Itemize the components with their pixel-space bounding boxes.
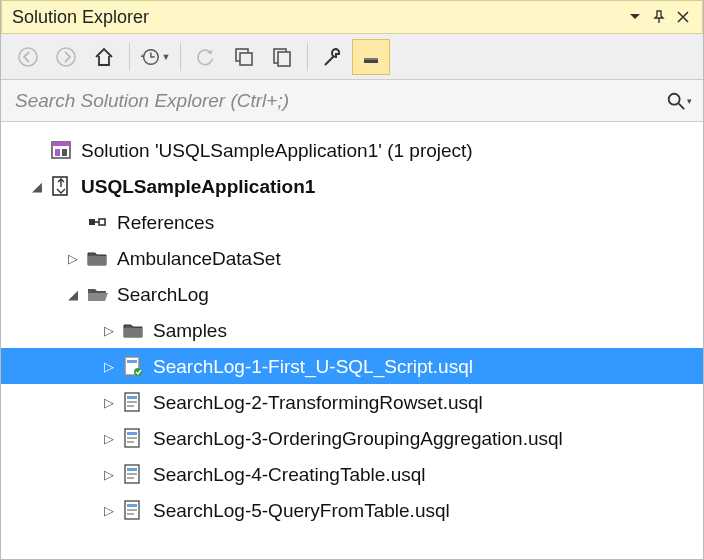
tree-view: ▶ Solution 'USQLSampleApplication1' (1 p… [1,122,703,528]
collapse-all-button[interactable] [225,39,263,75]
svg-rect-27 [127,432,137,435]
file-node[interactable]: ▷ SearchLog-4-CreatingTable.usql [1,456,703,492]
expander-icon[interactable]: ▷ [101,504,117,517]
node-label: USQLSampleApplication1 [81,177,315,196]
usql-file-icon [121,426,145,450]
panel-title: Solution Explorer [12,7,622,28]
toolbar: ▼ [1,34,703,80]
search-button[interactable]: ▾ [663,85,695,117]
svg-rect-29 [127,441,134,443]
svg-rect-15 [89,219,95,225]
node-label: SearchLog [117,285,209,304]
svg-rect-37 [127,513,134,515]
svg-rect-23 [127,396,137,399]
show-all-files-button[interactable] [263,39,301,75]
back-button[interactable] [9,39,47,75]
svg-rect-11 [52,142,70,146]
history-button[interactable]: ▼ [136,39,174,75]
toolbar-separator [307,43,308,71]
expander-icon[interactable]: ◢ [65,288,81,301]
svg-rect-32 [127,473,137,475]
svg-rect-24 [127,401,137,403]
folder-node-samples[interactable]: ▷ Samples [1,312,703,348]
folder-node-searchlog[interactable]: ◢ SearchLog [1,276,703,312]
node-label: SearchLog-2-TransformingRowset.usql [153,393,483,412]
expander-icon[interactable]: ▷ [65,252,81,265]
expander-icon[interactable]: ▷ [101,324,117,337]
preview-button[interactable] [352,39,390,75]
node-label: AmbulanceDataSet [117,249,281,268]
usql-file-icon [121,498,145,522]
svg-rect-36 [127,509,137,511]
svg-rect-31 [127,468,137,471]
references-node[interactable]: ▶ References [1,204,703,240]
expander-icon[interactable]: ◢ [29,180,45,193]
usql-file-icon [121,354,145,378]
svg-rect-33 [127,477,134,479]
forward-button[interactable] [47,39,85,75]
folder-node-ambulance[interactable]: ▷ AmbulanceDataSet [1,240,703,276]
toolbar-separator [129,43,130,71]
svg-rect-25 [127,405,134,407]
project-node[interactable]: ◢ USQLSampleApplication1 [1,168,703,204]
file-node[interactable]: ▷ SearchLog-2-TransformingRowset.usql [1,384,703,420]
close-icon[interactable] [672,6,694,28]
svg-rect-17 [88,256,106,265]
project-icon [49,174,73,198]
expander-icon[interactable]: ▷ [101,360,117,373]
svg-rect-8 [364,58,378,60]
panel-titlebar: Solution Explorer [1,0,703,34]
search-bar: ▾ [1,80,703,122]
svg-rect-20 [127,360,137,363]
home-button[interactable] [85,39,123,75]
solution-icon [49,138,73,162]
svg-rect-12 [55,149,60,156]
usql-file-icon [121,390,145,414]
expander-icon[interactable]: ▷ [101,468,117,481]
svg-point-1 [57,48,75,66]
svg-point-9 [669,93,680,104]
search-input[interactable] [13,89,663,113]
refresh-button[interactable] [187,39,225,75]
node-label: SearchLog-4-CreatingTable.usql [153,465,426,484]
svg-rect-35 [127,504,137,507]
node-label: SearchLog-3-OrderingGroupingAggregation.… [153,429,563,448]
chevron-down-icon: ▼ [162,52,171,62]
expander-icon[interactable]: ▷ [101,396,117,409]
pin-icon[interactable] [648,6,670,28]
file-node[interactable]: ▷ SearchLog-5-QueryFromTable.usql [1,492,703,528]
node-label: Solution 'USQLSampleApplication1' (1 pro… [81,141,473,160]
svg-rect-13 [62,149,67,156]
svg-rect-4 [240,53,252,65]
node-label: Samples [153,321,227,340]
node-label: SearchLog-5-QueryFromTable.usql [153,501,450,520]
file-node[interactable]: ▷ SearchLog-3-OrderingGroupingAggregatio… [1,420,703,456]
window-options-icon[interactable] [624,6,646,28]
properties-button[interactable] [314,39,352,75]
svg-point-0 [19,48,37,66]
node-label: References [117,213,214,232]
toolbar-separator [180,43,181,71]
folder-icon [121,318,145,342]
usql-file-icon [121,462,145,486]
svg-rect-18 [124,328,142,337]
references-icon [85,210,109,234]
folder-icon [85,246,109,270]
solution-node[interactable]: ▶ Solution 'USQLSampleApplication1' (1 p… [1,132,703,168]
expander-icon[interactable]: ▷ [101,432,117,445]
folder-open-icon [85,282,109,306]
chevron-down-icon: ▾ [687,96,692,106]
svg-rect-6 [278,52,290,66]
svg-rect-16 [99,219,105,225]
node-label: SearchLog-1-First_U-SQL_Script.usql [153,357,473,376]
file-node[interactable]: ▷ SearchLog-1-First_U-SQL_Script.usql [1,348,703,384]
svg-rect-28 [127,437,137,439]
